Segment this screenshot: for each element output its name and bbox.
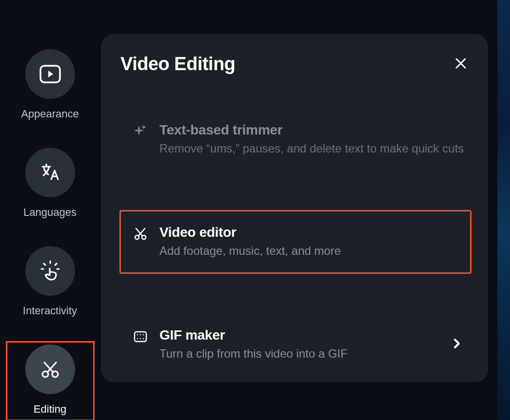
screen-play-icon (25, 49, 75, 99)
chevron-right-icon (452, 337, 462, 352)
sidebar-item-appearance[interactable]: Appearance (6, 46, 94, 125)
scissors-icon (25, 344, 75, 394)
option-texts: Video editor Add footage, music, text, a… (159, 225, 465, 259)
option-title: Text-based trimmer (159, 122, 465, 138)
svg-point-11 (143, 338, 144, 339)
translate-icon (25, 148, 75, 197)
sidebar-item-editing[interactable]: Editing (6, 342, 94, 420)
scissors-icon (133, 227, 149, 243)
svg-rect-5 (135, 332, 146, 342)
option-subtitle: Turn a clip from this video into a GIF (159, 346, 441, 362)
svg-point-8 (143, 334, 144, 335)
close-button[interactable] (451, 55, 471, 74)
sidebar-item-label: Languages (23, 206, 77, 219)
option-text-trimmer[interactable]: Text-based trimmer Remove “ums,” pauses,… (120, 109, 471, 170)
option-subtitle: Add footage, music, text, and more (159, 243, 465, 259)
sidebar-item-label: Editing (34, 403, 66, 416)
background-strip (497, 0, 510, 420)
option-title: Video editor (159, 225, 465, 240)
option-video-editor[interactable]: Video editor Add footage, music, text, a… (120, 211, 471, 272)
sparkle-icon (133, 124, 149, 141)
svg-point-7 (140, 334, 141, 335)
svg-point-10 (140, 338, 141, 339)
gif-icon (133, 329, 149, 346)
option-texts: Text-based trimmer Remove “ums,” pauses,… (159, 122, 465, 156)
sidebar: Appearance Languages I (0, 0, 100, 420)
options-list: Text-based trimmer Remove “ums,” pauses,… (120, 109, 471, 375)
close-icon (454, 57, 467, 72)
option-texts: GIF maker Turn a clip from this video in… (159, 327, 441, 362)
option-subtitle: Remove “ums,” pauses, and delete text to… (159, 141, 465, 156)
svg-point-6 (137, 334, 138, 335)
sidebar-item-interactivity[interactable]: Interactivity (6, 243, 94, 322)
panel-header: Video Editing (120, 54, 471, 75)
sidebar-item-label: Interactivity (23, 305, 77, 317)
touch-icon (25, 246, 75, 296)
svg-point-9 (137, 338, 138, 339)
panel-video-editing: Video Editing Text-based trimmer Remove … (101, 34, 488, 382)
sidebar-item-label: Appearance (21, 108, 79, 120)
option-gif-maker[interactable]: GIF maker Turn a clip from this video in… (120, 314, 471, 375)
sidebar-item-languages[interactable]: Languages (6, 145, 94, 224)
panel-title: Video Editing (120, 54, 235, 75)
option-title: GIF maker (159, 327, 441, 343)
